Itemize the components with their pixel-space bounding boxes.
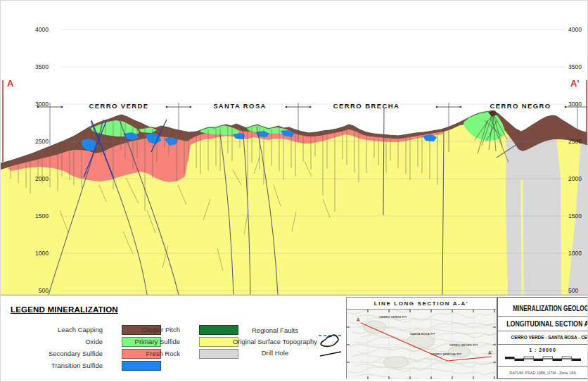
title-block-line3: CERRO VERDE - SANTA ROSA - CERRO NEGRO [498, 331, 587, 345]
peak-label: CERRO NEGRO [475, 102, 566, 110]
elevation-label-left: 4000 [20, 26, 49, 33]
elevation-label-right: 2500 [568, 138, 588, 145]
section-marker-a-prime: A' [570, 78, 579, 89]
map-inset-area: A A' CERRO VERDE PITSANTA ROSA PITCERRO … [347, 310, 496, 379]
legend-swatch-transition_sulfide [122, 361, 161, 371]
map-pit-label: SANTA ROSA PIT [410, 332, 435, 336]
section-marker-a: A [7, 78, 13, 89]
legend-title: LEGEND MINERALIZATION [11, 305, 118, 314]
legend-label: Transition Sulfide [4, 362, 103, 369]
legend-label: Secondary Sulfide [4, 350, 103, 357]
fresh-rock-sliver [522, 180, 523, 295]
scale-text: 1 : 20000 [498, 347, 587, 354]
elevation-label-right: 1000 [568, 250, 588, 257]
elevation-label-left: 500 [20, 287, 49, 294]
map-inset-panel: LINE LONG SECTION A-A' A A' CERRO VERDE … [346, 297, 497, 379]
title-block-line1: MINERALIZATION GEOLOGICAL PLAN [498, 301, 587, 317]
cross-section-drawing [1, 1, 588, 296]
legend-label: Copper Pitch [106, 326, 180, 333]
legend-label: Regional Faults [219, 326, 331, 334]
elevation-label-left: 3500 [20, 63, 49, 70]
peak-label: CERRO VERDE [73, 102, 165, 110]
cross-section-area: A A' 40004000350035003000300025002500200… [1, 1, 588, 296]
fresh-rock-column [506, 134, 561, 295]
elevation-label-right: 3000 [568, 101, 588, 108]
map-pit-label: CERRO VERDE PIT [379, 315, 407, 319]
peak-label: CERRO BRECHA [321, 102, 412, 110]
scale-bar [504, 355, 582, 362]
legend-label: Leach Capping [4, 326, 103, 333]
legend-label: Original Surface Topography [219, 338, 331, 345]
legend-label: Fresh Rock [106, 350, 180, 357]
legend-label: Drill Hole [219, 349, 331, 357]
elevation-label-left: 2500 [20, 138, 49, 145]
map-inset-title: LINE LONG SECTION A-A' [347, 298, 496, 310]
elevation-label-left: 2000 [20, 175, 49, 182]
datum-text: DATUM: PSAD 1956_UTM - Zone 19S [498, 366, 587, 379]
legend-label: Oxide [4, 338, 103, 345]
map-pit-label: CERRO BRECHA PIT [431, 352, 461, 356]
elevation-label-left: 1000 [20, 250, 49, 257]
elevation-label-right: 2000 [568, 175, 588, 182]
elevation-label-left: 1500 [20, 212, 49, 219]
elevation-label-right: 500 [568, 287, 588, 294]
elevation-label-right: 4000 [568, 26, 588, 33]
map-point-a-prime: A' [488, 350, 492, 355]
elevation-label-left: 3000 [20, 101, 49, 108]
legend-panel: LEGEND MINERALIZATION Leach CappingOxide… [1, 297, 345, 379]
title-block-line2: LONGITUDINAL SECTION A-A' [498, 317, 587, 331]
elevation-label-right: 3500 [568, 63, 588, 70]
legend-label: Primary Sulfide [106, 338, 180, 345]
map-pit-label: CERRO NEGRO PIT [449, 343, 478, 347]
geological-plan-page: A A' 40004000350035003000300025002500200… [0, 0, 588, 382]
map-point-a: A [357, 317, 360, 322]
drill-hole-symbol [319, 348, 343, 361]
elevation-label-right: 1500 [568, 212, 588, 219]
title-block: MINERALIZATION GEOLOGICAL PLAN LONGITUDI… [497, 297, 588, 379]
peak-label: SANTA ROSA [194, 102, 286, 110]
